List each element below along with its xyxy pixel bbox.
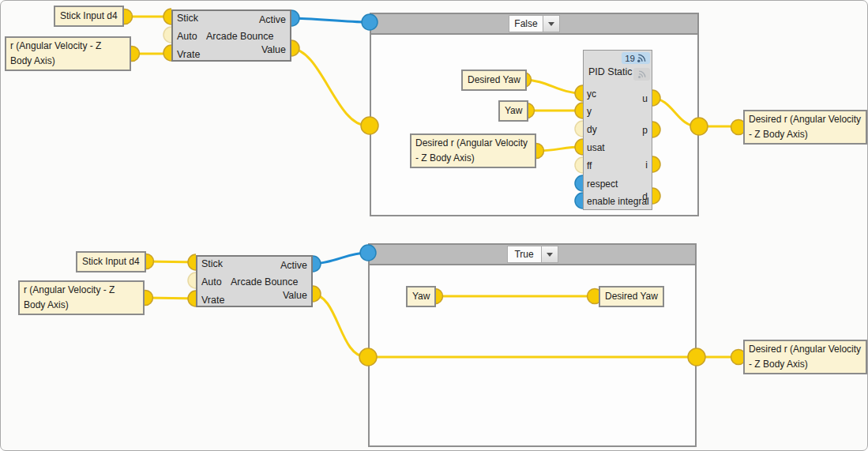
port-arcade-top-active[interactable] [291,10,299,26]
port-label-stick: Stick [201,257,223,271]
port-label-stick: Stick [177,11,198,25]
junction-u-false-right[interactable] [690,118,708,135]
port-label-active: Active [259,13,286,27]
pid-telemetry-count: 19 [625,54,635,63]
node-desired-r-false[interactable]: Desired r (Angular Velocity - Z Body Axi… [410,133,536,168]
junction-value-true-right[interactable] [688,348,705,366]
node-label: r (Angular Velocity - Z Body Axis) [10,40,101,66]
node-title: Arcade Bounce [206,29,273,43]
node-label: Yaw [412,291,430,302]
port-arcade-bottom-stick[interactable] [188,254,196,270]
port-label-value: Value [261,43,286,57]
node-label: Stick Input d4 [60,10,118,21]
node-arcade-bounce-top[interactable]: Stick Auto Arcade Bounce Vrate Active Va… [171,9,291,62]
port-label-d: d [642,190,648,203]
port-label-yc: yc [587,88,596,100]
node-label: Stick Input d4 [82,256,140,267]
port-label-auto: Auto [177,29,197,43]
port-pid-p[interactable] [652,122,660,137]
port-label-enable-integral: enable integral [587,195,649,208]
junction-value-false-left[interactable] [361,117,378,134]
port-pid-yc[interactable] [575,85,583,101]
node-pid-static[interactable]: 19 PID Static yc y dy usat ff respect en… [583,50,652,210]
port-label-respect: respect [587,178,618,190]
node-output-desired-r-bottom[interactable]: Desired r (Angular Velocity - Z Body Axi… [743,340,867,374]
port-arcade-bottom-value[interactable] [313,286,321,302]
port-label-y: y [587,105,592,118]
port-pid-respect[interactable] [575,175,583,191]
signal-icon [637,53,647,63]
node-desired-yaw-false[interactable]: Desired Yaw [461,70,527,91]
node-label: r (Angular Velocity - Z Body Axis) [24,284,115,310]
node-desired-yaw-true[interactable]: Desired Yaw [599,286,664,307]
node-label: Desired r (Angular Velocity - Z Body Axi… [415,137,528,163]
pid-telemetry-muted-badge[interactable] [633,68,650,81]
port-pid-ff[interactable] [575,157,583,173]
port-pid-u[interactable] [652,90,660,106]
port-label-ff: ff [587,160,592,172]
port-label-active: Active [280,258,307,272]
port-pid-y[interactable] [575,103,583,118]
node-rate-input-bottom[interactable]: r (Angular Velocity - Z Body Axis) [18,280,145,315]
port-label-u: u [642,92,648,105]
port-label-auto: Auto [201,275,222,289]
port-pid-i[interactable] [652,156,660,172]
port-label-vrate: Vrate [177,47,200,62]
wire-active-to-branch-top[interactable] [290,18,368,22]
port-label-vrate: Vrate [201,293,224,307]
node-label: Desired r (Angular Velocity - Z Body Axi… [749,344,861,370]
node-label: Desired Yaw [605,291,658,302]
port-arcade-bottom-auto[interactable] [188,272,196,288]
port-pid-usat[interactable] [575,139,583,155]
port-arcade-top-auto[interactable] [163,27,171,43]
port-pid-dy[interactable] [575,121,583,137]
port-arcade-top-stick[interactable] [163,9,171,24]
node-stick-input-bottom[interactable]: Stick Input d4 [76,251,146,272]
node-label: Desired Yaw [468,74,520,85]
junction-value-true-left[interactable] [359,348,377,366]
port-label-dy: dy [587,123,597,136]
wire-value-to-branch-top[interactable] [290,48,367,126]
node-rate-input-top[interactable]: r (Angular Velocity - Z Body Axis) [5,36,131,71]
port-pid-enable-integral[interactable] [575,193,583,209]
port-pid-d[interactable] [652,188,660,204]
port-label-usat: usat [587,141,605,154]
port-label-value: Value [283,288,307,303]
wire-desiredyaw-to-yc[interactable] [524,80,581,93]
junction-active-false[interactable] [362,14,378,30]
port-label-i: i [645,159,648,171]
port-arcade-top-value[interactable] [291,40,299,56]
port-arcade-bottom-vrate[interactable] [188,291,196,306]
junction-active-true[interactable] [360,245,376,261]
node-title: PID Static [588,66,633,78]
node-title: Arcade Bounce [231,275,298,289]
node-editor-canvas: False True [0,0,868,451]
node-label: Desired r (Angular Velocity - Z Body Axi… [749,114,861,140]
port-arcade-bottom-active[interactable] [313,256,321,272]
signal-icon [637,70,647,79]
port-arcade-top-vrate[interactable] [163,45,171,61]
node-yaw-true[interactable]: Yaw [406,286,436,307]
wire-value-passthrough-bottom[interactable] [311,294,737,357]
node-stick-input-top[interactable]: Stick Input d4 [54,6,124,27]
node-arcade-bounce-bottom[interactable]: Stick Auto Arcade Bounce Vrate Active Va… [196,255,313,307]
node-output-desired-r-top[interactable]: Desired r (Angular Velocity - Z Body Axi… [743,110,867,145]
port-label-p: p [642,124,648,137]
node-label: Yaw [505,105,522,116]
node-yaw-false[interactable]: Yaw [498,100,528,122]
pid-telemetry-badge[interactable]: 19 [622,52,650,64]
